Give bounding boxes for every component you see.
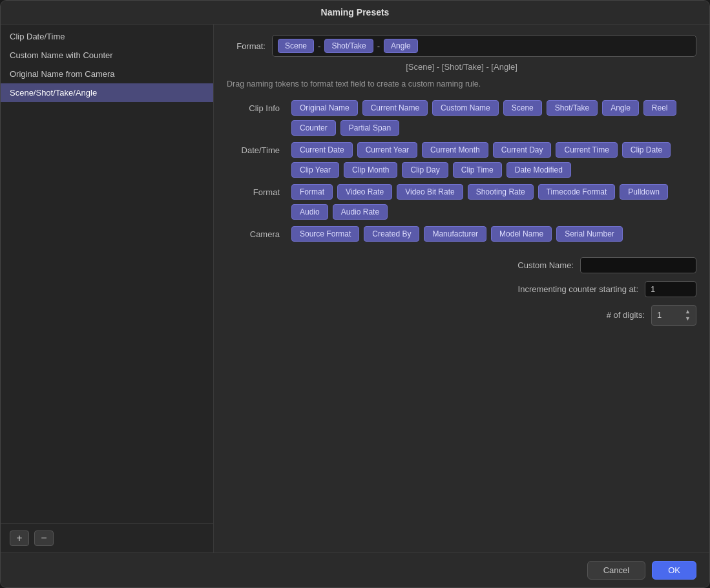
dialog-footer: Cancel OK	[1, 552, 709, 587]
ok-button[interactable]: OK	[652, 561, 696, 580]
token-audio[interactable]: Audio	[291, 204, 328, 220]
camera-label: Camera	[227, 226, 291, 239]
clip-info-tokens: Original NameCurrent NameCustom NameScen…	[291, 100, 696, 136]
format-token-angle[interactable]: Angle	[384, 39, 418, 53]
date-time-section: Date/Time Current DateCurrent YearCurren…	[227, 142, 696, 178]
format-section-tokens: FormatVideo RateVideo Bit RateShooting R…	[291, 184, 696, 220]
format-preview: [Scene] - [Shot/Take] - [Angle]	[227, 62, 696, 72]
counter-row: Incrementing counter starting at:	[227, 281, 696, 297]
dialog-title: Naming Presets	[1, 1, 709, 25]
format-sep-2: -	[377, 41, 380, 51]
token-current-year[interactable]: Current Year	[357, 142, 417, 158]
token-scene[interactable]: Scene	[503, 100, 542, 116]
token-shooting-rate[interactable]: Shooting Rate	[468, 184, 534, 200]
custom-name-row: Custom Name:	[227, 257, 696, 273]
token-clip-month[interactable]: Clip Month	[344, 162, 397, 178]
stepper-arrows[interactable]: ▲ ▼	[685, 308, 691, 322]
clip-info-label: Clip Info	[227, 100, 291, 113]
token-angle[interactable]: Angle	[602, 100, 639, 116]
format-sep-1: -	[318, 41, 320, 51]
token-date-modified[interactable]: Date Modified	[506, 162, 571, 178]
sidebar-item-original-name-camera[interactable]: Original Name from Camera	[1, 65, 213, 83]
sidebar-item-custom-name-counter[interactable]: Custom Name with Counter	[1, 46, 213, 65]
token-reel[interactable]: Reel	[643, 100, 676, 116]
token-clip-time[interactable]: Clip Time	[453, 162, 502, 178]
token-current-month[interactable]: Current Month	[422, 142, 488, 158]
token-model-name[interactable]: Model Name	[491, 226, 552, 242]
token-pulldown[interactable]: Pulldown	[620, 184, 668, 200]
token-created-by[interactable]: Created By	[364, 226, 419, 242]
date-time-tokens: Current DateCurrent YearCurrent MonthCur…	[291, 142, 696, 178]
sidebar-footer: + −	[1, 523, 213, 552]
clip-info-section: Clip Info Original NameCurrent NameCusto…	[227, 100, 696, 136]
token-shot-take[interactable]: Shot/Take	[547, 100, 598, 116]
token-serial-number[interactable]: Serial Number	[556, 226, 623, 242]
sidebar-list: Clip Date/TimeCustom Name with CounterOr…	[1, 25, 213, 523]
drag-hint: Drag naming tokens to format text field …	[227, 79, 696, 89]
token-original-name[interactable]: Original Name	[291, 100, 358, 116]
date-time-label: Date/Time	[227, 142, 291, 155]
token-current-name[interactable]: Current Name	[362, 100, 428, 116]
main-panel: Format: Scene - Shot/Take - Angle [Scene…	[214, 25, 709, 552]
token-clip-year[interactable]: Clip Year	[291, 162, 339, 178]
counter-label: Incrementing counter starting at:	[518, 284, 638, 294]
custom-fields: Custom Name: Incrementing counter starti…	[227, 257, 696, 326]
token-partial-span[interactable]: Partial Span	[340, 120, 399, 136]
token-video-rate[interactable]: Video Rate	[337, 184, 392, 200]
custom-name-label: Custom Name:	[517, 260, 574, 270]
format-token-scene[interactable]: Scene	[278, 39, 314, 53]
digits-label: # of digits:	[607, 310, 645, 320]
token-clip-day[interactable]: Clip Day	[402, 162, 448, 178]
token-counter[interactable]: Counter	[291, 120, 336, 136]
camera-tokens: Source FormatCreated ByManufacturerModel…	[291, 226, 696, 242]
naming-presets-dialog: Naming Presets Clip Date/TimeCustom Name…	[0, 0, 710, 588]
add-preset-button[interactable]: +	[10, 530, 29, 546]
digits-row: # of digits: ▲ ▼	[227, 305, 696, 326]
custom-name-input[interactable]	[580, 257, 696, 273]
remove-preset-button[interactable]: −	[34, 530, 54, 546]
format-label: Format:	[227, 41, 266, 51]
token-clip-date[interactable]: Clip Date	[622, 142, 671, 158]
content-area: Clip Date/TimeCustom Name with CounterOr…	[1, 25, 709, 552]
counter-input[interactable]	[645, 281, 696, 297]
cancel-button[interactable]: Cancel	[587, 561, 645, 580]
format-row: Format: Scene - Shot/Take - Angle	[227, 35, 696, 57]
token-current-day[interactable]: Current Day	[493, 142, 552, 158]
format-token-shot-take[interactable]: Shot/Take	[324, 39, 373, 53]
token-source-format[interactable]: Source Format	[291, 226, 359, 242]
token-manufacturer[interactable]: Manufacturer	[424, 226, 486, 242]
format-section-label: Format	[227, 184, 291, 197]
token-audio-rate[interactable]: Audio Rate	[333, 204, 388, 220]
token-current-date[interactable]: Current Date	[291, 142, 353, 158]
sidebar-item-clip-date-time[interactable]: Clip Date/Time	[1, 27, 213, 46]
sidebar: Clip Date/TimeCustom Name with CounterOr…	[1, 25, 214, 552]
digits-input[interactable]	[657, 310, 682, 320]
token-video-bit-rate[interactable]: Video Bit Rate	[397, 184, 463, 200]
camera-section: Camera Source FormatCreated ByManufactur…	[227, 226, 696, 242]
digits-stepper[interactable]: ▲ ▼	[651, 305, 696, 326]
token-custom-name[interactable]: Custom Name	[432, 100, 499, 116]
format-section: Format FormatVideo RateVideo Bit RateSho…	[227, 184, 696, 220]
token-current-time[interactable]: Current Time	[556, 142, 617, 158]
token-format[interactable]: Format	[291, 184, 333, 200]
format-bar[interactable]: Scene - Shot/Take - Angle	[272, 35, 696, 57]
token-timecode-format[interactable]: Timecode Format	[538, 184, 616, 200]
sidebar-item-scene-shot-take-angle[interactable]: Scene/Shot/Take/Angle	[1, 83, 213, 102]
